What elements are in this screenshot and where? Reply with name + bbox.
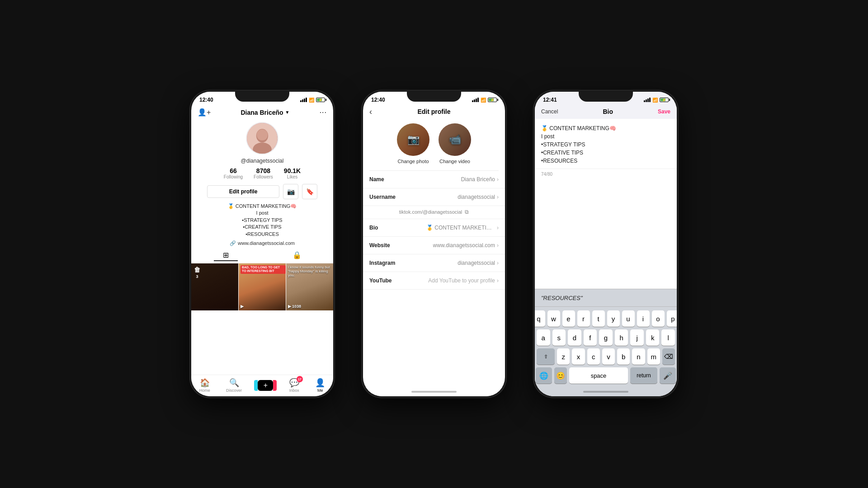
key-g[interactable]: g: [599, 329, 613, 346]
key-k[interactable]: k: [646, 329, 660, 346]
youtube-field[interactable]: YouTube Add YouTube to your profile ›: [363, 272, 505, 290]
liked-tab[interactable]: 🔒: [283, 250, 311, 261]
username-value: dianagetssocial ›: [458, 194, 499, 200]
instagram-value: dianagetssocial ›: [458, 260, 499, 266]
edit-profile-button[interactable]: Edit profile: [207, 185, 279, 198]
drafts-icon: 🗑: [194, 266, 200, 273]
profile-content: 👤+ Diana Briceño ▼ ···: [191, 106, 333, 396]
following-stat[interactable]: 66 Following: [224, 167, 243, 179]
key-l[interactable]: l: [661, 329, 675, 346]
bio-field[interactable]: Bio 🥇 CONTENT MARKETING🧠 ›: [363, 219, 505, 237]
key-q[interactable]: q: [535, 310, 545, 327]
avatar[interactable]: [246, 122, 278, 155]
followers-stat[interactable]: 8708 Followers: [254, 167, 273, 179]
bio-text-area[interactable]: 🥇 CONTENT MARKETING🧠 I post •STRATEGY TI…: [535, 119, 677, 169]
name-value: Diana Briceño ›: [461, 176, 499, 183]
nav-inbox[interactable]: 💬 17 Inbox: [289, 378, 299, 393]
key-s[interactable]: s: [552, 329, 566, 346]
status-icons-3: 📶 ⚡: [644, 98, 669, 103]
shift-key[interactable]: ⇧: [537, 348, 555, 365]
key-u[interactable]: u: [622, 310, 635, 327]
grid-tab[interactable]: ⊞: [214, 250, 238, 261]
key-y[interactable]: y: [607, 310, 620, 327]
change-photo-item[interactable]: 📷 Change photo: [397, 123, 429, 164]
bio-text: 🥇 CONTENT MARKETING🧠 I post •STRATEGY TI…: [541, 124, 670, 165]
play-icon: ▶: [241, 304, 244, 309]
wifi-icon-3: 📶: [652, 98, 658, 103]
key-h[interactable]: h: [615, 329, 628, 346]
bio-line-4: •CREATIVE TIPS: [199, 224, 325, 230]
key-w[interactable]: w: [547, 310, 560, 327]
key-n[interactable]: n: [632, 348, 645, 365]
delete-key[interactable]: ⌫: [662, 348, 675, 365]
bottom-nav: 🏠 Home 🔍 Discover + 💬 17 Inbox: [191, 375, 333, 396]
battery-icon-3: ⚡: [660, 98, 669, 102]
space-key[interactable]: space: [569, 367, 628, 384]
nav-create[interactable]: +: [258, 380, 273, 391]
key-f[interactable]: f: [584, 329, 597, 346]
edit-row: Edit profile 📷 🔖: [191, 182, 333, 202]
status-icons-1: 📶 ⚡: [300, 98, 325, 103]
time-1: 12:40: [199, 97, 213, 103]
return-key[interactable]: return: [630, 367, 657, 384]
mic-key[interactable]: 🎤: [660, 367, 676, 384]
website-field[interactable]: Website www.dianagetssocial.com ›: [363, 237, 505, 254]
stats-row: 66 Following 8708 Followers 90.1K Likes: [191, 165, 333, 182]
key-a[interactable]: a: [537, 329, 550, 346]
name-field[interactable]: Name Diana Briceño ›: [363, 171, 505, 188]
chevron-right-icon-6: ›: [497, 277, 499, 284]
instagram-field[interactable]: Instagram dianagetssocial ›: [363, 254, 505, 272]
dropdown-icon[interactable]: ▼: [285, 110, 290, 115]
key-t[interactable]: t: [592, 310, 605, 327]
back-button[interactable]: ‹: [369, 107, 372, 117]
wifi-icon: 📶: [309, 98, 314, 103]
autocomplete-bar[interactable]: "RESOURCES": [535, 289, 677, 307]
key-i[interactable]: i: [637, 310, 650, 327]
likes-stat[interactable]: 90.1K Likes: [284, 167, 301, 179]
home-indicator-3: [535, 387, 677, 396]
username-field[interactable]: Username dianagetssocial ›: [363, 188, 505, 206]
keyboard-row-4: 🌐 😊 space return 🎤: [537, 367, 675, 384]
website-link[interactable]: 🔗 www.dianagetssocial.com: [191, 239, 333, 248]
key-p[interactable]: p: [667, 310, 677, 327]
phone-3: 12:41 📶 ⚡ Cancel Bio Save: [533, 90, 678, 398]
key-v[interactable]: v: [602, 348, 615, 365]
nav-home[interactable]: 🏠 Home: [199, 378, 210, 393]
change-video-item[interactable]: 📹 Change video: [439, 123, 471, 164]
edit-profile-content: ‹ Edit profile 📷 Change photo 📹: [363, 106, 505, 387]
key-x[interactable]: x: [572, 348, 585, 365]
grid-item-video-2[interactable]: BAD, TOO LONG TO GET TO INTERESTING BIT …: [239, 263, 286, 310]
key-j[interactable]: j: [630, 329, 644, 346]
grid-item-video-3[interactable]: ▶ 1038 I know it sounds funny but "happy…: [286, 263, 333, 310]
key-d[interactable]: d: [568, 329, 581, 346]
time-3: 12:41: [543, 97, 557, 103]
key-z[interactable]: z: [557, 348, 570, 365]
save-button[interactable]: Save: [658, 108, 670, 115]
add-user-icon[interactable]: 👤+: [198, 108, 211, 117]
instagram-link-button[interactable]: 📷: [283, 184, 298, 199]
key-m[interactable]: m: [647, 348, 660, 365]
globe-key[interactable]: 🌐: [536, 367, 552, 384]
key-b[interactable]: b: [617, 348, 630, 365]
profile-header: 👤+ Diana Briceño ▼ ···: [191, 106, 333, 119]
create-icon[interactable]: +: [258, 380, 273, 391]
nav-discover[interactable]: 🔍 Discover: [226, 378, 242, 393]
grid-item-drafts[interactable]: 🗑 3: [191, 263, 238, 310]
website-value: www.dianagetssocial.com ›: [433, 242, 499, 249]
copy-icon[interactable]: ⧉: [465, 209, 469, 215]
key-e[interactable]: e: [562, 310, 575, 327]
emoji-key[interactable]: 😊: [554, 367, 567, 384]
key-r[interactable]: r: [577, 310, 590, 327]
key-c[interactable]: c: [587, 348, 600, 365]
more-icon[interactable]: ···: [320, 108, 327, 117]
video-overlay-3: ▶ 1038: [288, 304, 301, 309]
nav-me[interactable]: 👤 Me: [315, 378, 325, 393]
cancel-button[interactable]: Cancel: [541, 108, 558, 115]
photo-circle: 📷: [397, 123, 429, 156]
bookmark-button[interactable]: 🔖: [302, 184, 317, 199]
video-overlay-2: ▶: [241, 304, 244, 309]
youtube-value: Add YouTube to your profile ›: [428, 277, 499, 284]
battery-icon-2: ⚡: [488, 98, 497, 102]
bio-section: 🥇 CONTENT MARKETING🧠 I post •STRATEGY TI…: [191, 202, 333, 239]
key-o[interactable]: o: [652, 310, 665, 327]
